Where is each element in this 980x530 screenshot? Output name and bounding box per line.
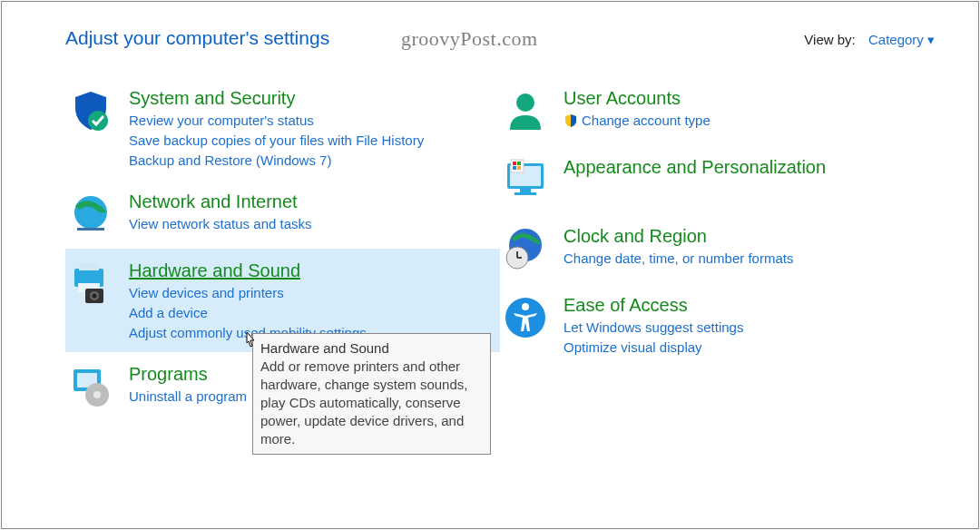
svg-rect-17 (514, 192, 536, 195)
user-icon[interactable] (500, 85, 551, 136)
category-title-system-security[interactable]: System and Security (129, 87, 295, 109)
category-network-internet: Network and InternetView network status … (65, 180, 500, 249)
category-title-programs[interactable]: Programs (129, 363, 208, 385)
svg-rect-21 (513, 166, 516, 170)
accessibility-icon[interactable] (500, 292, 551, 343)
globe-clock-icon[interactable] (500, 223, 551, 274)
category-link[interactable]: Optimize visual display (564, 338, 926, 358)
tooltip: Hardware and Sound Add or remove printer… (252, 333, 491, 455)
category-title-clock-region[interactable]: Clock and Region (564, 225, 707, 247)
svg-rect-22 (517, 166, 521, 170)
shield-check-icon[interactable] (65, 85, 116, 136)
category-link[interactable]: Add a device (129, 303, 491, 323)
watermark-text: groovyPost.com (401, 27, 538, 51)
category-link[interactable]: Change date, time, or number formats (564, 249, 926, 269)
svg-rect-20 (517, 162, 521, 165)
svg-point-8 (93, 294, 97, 299)
category-title-network-internet[interactable]: Network and Internet (129, 191, 298, 212)
category-title-ease-access[interactable]: Ease of Access (564, 294, 688, 316)
view-by-label: View by: (804, 32, 855, 47)
category-title-user-accounts[interactable]: User Accounts (564, 87, 681, 109)
svg-point-12 (93, 391, 101, 398)
uac-shield-icon (564, 113, 578, 128)
category-link[interactable]: Backup and Restore (Windows 7) (129, 151, 491, 171)
svg-point-13 (516, 93, 534, 112)
category-link[interactable]: Review your computer's status (129, 111, 491, 131)
svg-rect-2 (77, 228, 104, 231)
programs-icon[interactable] (65, 361, 116, 412)
category-title-hardware-sound[interactable]: Hardware and Sound (129, 260, 300, 281)
category-link[interactable]: Save backup copies of your files with Fi… (129, 131, 491, 151)
category-link[interactable]: Let Windows suggest settings (564, 318, 926, 338)
category-clock-region: Clock and RegionChange date, time, or nu… (500, 214, 935, 283)
category-ease-access: Ease of AccessLet Windows suggest settin… (500, 283, 935, 367)
svg-rect-19 (513, 162, 516, 165)
category-appearance: Appearance and Personalization (500, 145, 935, 214)
printer-camera-icon[interactable] (65, 258, 116, 309)
category-user-accounts: User AccountsChange account type (500, 76, 935, 145)
svg-rect-4 (79, 263, 99, 270)
category-system-security: System and SecurityReview your computer'… (65, 76, 500, 180)
category-title-appearance[interactable]: Appearance and Personalization (564, 156, 826, 178)
tooltip-body: Add or remove printers and other hardwar… (260, 358, 483, 448)
view-by-dropdown[interactable]: Category ▾ (868, 32, 935, 47)
category-link[interactable]: View devices and printers (129, 283, 491, 303)
monitor-icon[interactable] (500, 154, 551, 205)
svg-rect-16 (520, 189, 531, 192)
category-link[interactable]: Change account type (564, 111, 926, 131)
page-title: Adjust your computer's settings (65, 27, 329, 49)
tooltip-title: Hardware and Sound (260, 339, 483, 358)
globe-icon[interactable] (65, 189, 116, 240)
category-link[interactable]: View network status and tasks (129, 214, 491, 234)
svg-point-26 (522, 303, 529, 310)
